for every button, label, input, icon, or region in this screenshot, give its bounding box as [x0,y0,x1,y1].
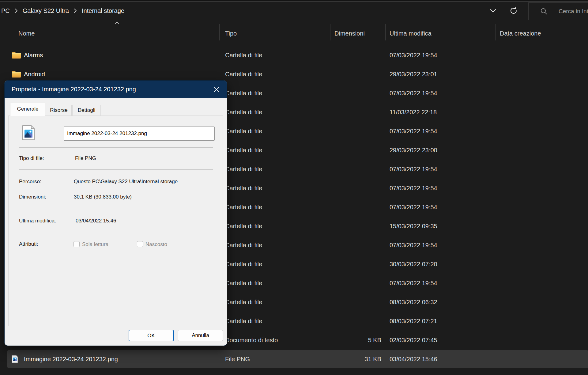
column-header-created[interactable]: Data creazione [500,20,541,44]
file-modified: 07/03/2022 19:54 [390,274,437,293]
file-size [320,179,381,198]
image-file-icon [12,355,18,363]
field-value-path: Questo PC\Galaxy S22 Ultra\Internal stor… [74,179,178,185]
field-value-modified: 03/04/2022 15:46 [76,218,116,224]
file-modified: 07/03/2022 19:54 [390,179,437,198]
breadcrumb: PC Galaxy S22 Ultra Internal storage [1,2,125,20]
file-type: Cartella di file [225,141,262,160]
image-file-icon [22,125,35,140]
divider [19,231,213,231]
folder-icon [12,70,21,78]
file-type: Cartella di file [225,198,262,217]
file-size [320,236,381,255]
file-type: Cartella di file [225,217,262,236]
chevron-right-icon [74,8,77,13]
field-label-modified: Ultima modifica: [19,218,56,224]
search-input[interactable]: Cerca in Int [528,2,588,20]
file-type: Cartella di file [225,65,262,84]
file-modified: 03/04/2022 15:46 [390,350,437,369]
file-size [320,217,381,236]
field-label-size: Dimensioni: [19,194,46,200]
table-row[interactable]: AlarmsCartella di file07/03/2022 19:54 [0,46,588,65]
column-header-modified[interactable]: Ultima modifica [390,20,432,44]
file-size [320,255,381,274]
column-divider[interactable] [496,24,496,40]
file-modified: 08/03/2022 07:21 [390,312,437,331]
search-placeholder: Cerca in Int [559,8,588,15]
file-size [320,65,381,84]
field-label-path: Percorso: [19,179,41,185]
file-modified: 11/03/2022 22:18 [390,103,437,122]
ok-button[interactable]: OK [129,330,174,341]
file-type: Cartella di file [225,179,262,198]
breadcrumb-item-device[interactable]: Galaxy S22 Ultra [22,7,70,14]
refresh-button[interactable] [507,2,520,20]
address-bar[interactable]: PC Galaxy S22 Ultra Internal storage [0,2,588,20]
file-size [320,160,381,179]
field-label-attributes: Attributi: [19,241,38,247]
file-type: File PNG [225,350,250,369]
readonly-checkbox[interactable] [74,241,80,247]
properties-dialog: Proprietà - Immagine 2022-03-24 201232.p… [5,81,227,346]
divider [19,169,213,170]
hidden-checkbox-label: Nascosto [145,241,167,248]
column-divider[interactable] [385,24,386,40]
file-modified: 15/03/2022 09:35 [390,217,437,236]
file-modified: 08/03/2022 06:32 [390,293,437,312]
file-type: Cartella di file [225,122,262,141]
file-modified: 07/03/2022 19:54 [390,198,437,217]
file-size: 31 KB [320,350,381,369]
file-modified: 07/03/2022 19:54 [390,236,437,255]
image-file-icon [12,350,18,369]
file-modified: 29/03/2022 23:00 [390,141,437,160]
breadcrumb-item-storage[interactable]: Internal storage [81,7,125,14]
column-divider[interactable] [330,24,330,40]
file-modified: 02/03/2022 07:45 [390,331,437,350]
file-type: Cartella di file [225,103,262,122]
file-size: 5 KB [320,331,381,350]
sort-ascending-icon [114,21,120,25]
file-size [320,312,381,331]
file-modified: 30/03/2022 07:20 [390,255,437,274]
file-type: Cartella di file [225,274,262,293]
address-dropdown-button[interactable] [486,2,500,20]
readonly-checkbox-label: Sola lettura [82,241,108,248]
chevron-down-icon [490,9,496,13]
file-type: Cartella di file [225,160,262,179]
table-row[interactable]: Immagine 2022-03-24 201232.pngFile PNG31… [0,350,588,369]
filename-input[interactable] [64,127,215,141]
file-modified: 07/03/2022 19:54 [390,46,437,65]
folder-icon [12,46,21,65]
file-type: Cartella di file [225,84,262,103]
column-header-type[interactable]: Tipo [225,20,237,44]
file-modified: 29/03/2022 23:01 [390,65,437,84]
file-modified: 07/03/2022 19:54 [390,122,437,141]
file-size [320,198,381,217]
divider [19,209,213,209]
file-size [320,103,381,122]
field-label-filetype: Tipo di file: [19,155,44,161]
column-divider[interactable] [219,24,220,40]
divider [19,147,213,148]
column-header-size[interactable]: Dimensioni [334,20,365,44]
field-value-size: 30,1 KB (30.833,00 byte) [74,194,132,200]
folder-icon [12,51,21,59]
search-icon [540,8,548,15]
file-type: Cartella di file [225,46,262,65]
file-modified: 07/03/2022 19:54 [390,84,437,103]
breadcrumb-item-pc[interactable]: PC [1,7,10,14]
text-caret [74,155,74,161]
file-size [320,274,381,293]
file-name: Immagine 2022-03-24 201232.png [24,350,118,369]
file-size [320,293,381,312]
divider [524,3,524,19]
hidden-checkbox[interactable] [137,241,143,247]
file-size [320,84,381,103]
file-modified: 07/03/2022 19:54 [390,160,437,179]
chevron-right-icon [15,8,18,13]
file-type: Cartella di file [225,293,262,312]
cancel-button[interactable]: Annulla [178,330,223,341]
file-size [320,122,381,141]
list-header: Nome Tipo Dimensioni Ultima modifica Dat… [0,20,588,44]
column-header-name[interactable]: Nome [18,20,35,44]
